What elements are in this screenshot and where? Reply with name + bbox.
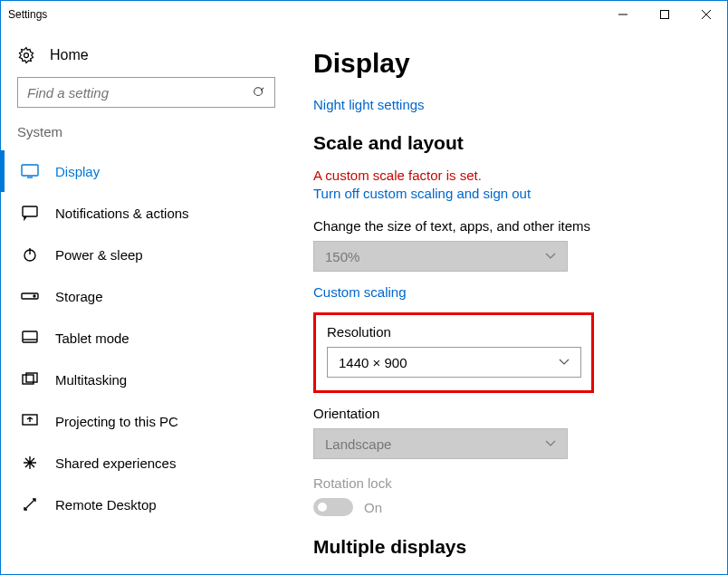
shared-icon: [21, 455, 39, 471]
sidebar: Home System Display: [1, 28, 292, 574]
sidebar-item-label: Power & sleep: [55, 247, 143, 263]
chevron-down-icon: [545, 440, 556, 447]
settings-window: Settings Home: [0, 0, 728, 575]
projecting-icon: [21, 414, 39, 428]
svg-rect-1: [661, 11, 669, 19]
close-button[interactable]: [685, 1, 727, 28]
sidebar-item-label: Shared experiences: [55, 455, 176, 471]
rotation-lock-value: On: [364, 500, 382, 515]
search-wrap: [1, 77, 292, 124]
sidebar-item-label: Display: [55, 164, 100, 179]
multitask-icon: [21, 372, 39, 387]
search-box[interactable]: [17, 77, 275, 108]
sidebar-item-tablet[interactable]: Tablet mode: [1, 317, 292, 359]
rotation-lock-toggle[interactable]: [313, 498, 353, 516]
main-content: Display Night light settings Scale and l…: [292, 28, 727, 574]
rotation-lock-label: Rotation lock: [313, 475, 700, 491]
rotation-lock-toggle-row: On: [313, 498, 700, 516]
resolution-highlight: Resolution 1440 × 900: [313, 312, 594, 393]
orientation-dropdown[interactable]: Landscape: [313, 428, 568, 459]
chevron-down-icon: [545, 253, 556, 260]
chevron-down-icon: [559, 359, 570, 366]
minimize-button[interactable]: [602, 1, 644, 28]
maximize-button[interactable]: [644, 1, 685, 28]
titlebar: Settings: [1, 1, 727, 28]
sidebar-item-notifications[interactable]: Notifications & actions: [1, 192, 292, 234]
monitor-icon: [21, 164, 39, 178]
svg-point-13: [34, 295, 35, 297]
tablet-icon: [21, 331, 39, 345]
sidebar-item-remote[interactable]: Remote Desktop: [1, 484, 292, 525]
svg-point-5: [254, 88, 263, 96]
sidebar-item-projecting[interactable]: Projecting to this PC: [1, 400, 292, 442]
resolution-value: 1440 × 900: [339, 355, 407, 370]
turn-off-scaling-link[interactable]: Turn off custom scaling and sign out: [313, 185, 700, 203]
sidebar-item-storage[interactable]: Storage: [1, 275, 292, 317]
orientation-label: Orientation: [313, 406, 700, 421]
scale-value: 150%: [325, 249, 359, 264]
multiple-displays-heading: Multiple displays: [313, 536, 700, 558]
svg-point-4: [24, 53, 29, 58]
svg-rect-7: [22, 165, 38, 176]
home-label: Home: [50, 47, 89, 63]
sidebar-item-power[interactable]: Power & sleep: [1, 234, 292, 275]
svg-rect-14: [23, 331, 37, 342]
sidebar-item-label: Storage: [55, 289, 103, 304]
search-input[interactable]: [27, 85, 253, 101]
sidebar-item-label: Projecting to this PC: [55, 414, 178, 429]
sidebar-item-label: Multitasking: [55, 372, 127, 388]
sidebar-item-label: Tablet mode: [55, 331, 129, 346]
message-icon: [21, 205, 39, 221]
orientation-value: Landscape: [325, 436, 391, 452]
remote-icon: [21, 496, 39, 513]
search-icon: [253, 86, 265, 99]
page-title: Display: [313, 48, 700, 79]
gear-icon: [17, 46, 35, 64]
storage-icon: [21, 291, 39, 302]
scale-warning: A custom scale factor is set.: [313, 167, 700, 185]
window-title: Settings: [8, 8, 47, 21]
scale-section-heading: Scale and layout: [313, 132, 700, 154]
resolution-dropdown[interactable]: 1440 × 900: [327, 347, 581, 378]
sidebar-item-shared[interactable]: Shared experiences: [1, 442, 292, 484]
resolution-label: Resolution: [327, 324, 580, 340]
titlebar-controls: [602, 1, 727, 28]
window-body: Home System Display: [1, 28, 727, 574]
scale-dropdown[interactable]: 150%: [313, 241, 568, 272]
svg-rect-9: [23, 206, 37, 216]
sidebar-item-multitasking[interactable]: Multitasking: [1, 359, 292, 400]
sidebar-item-display[interactable]: Display: [1, 150, 292, 192]
sidebar-item-label: Remote Desktop: [55, 497, 157, 513]
scale-label: Change the size of text, apps, and other…: [313, 218, 700, 234]
power-icon: [21, 246, 39, 263]
night-light-link[interactable]: Night light settings: [313, 97, 700, 112]
custom-scaling-link[interactable]: Custom scaling: [313, 284, 700, 300]
home-nav[interactable]: Home: [1, 39, 292, 77]
category-label: System: [1, 124, 292, 150]
sidebar-item-label: Notifications & actions: [55, 206, 189, 221]
